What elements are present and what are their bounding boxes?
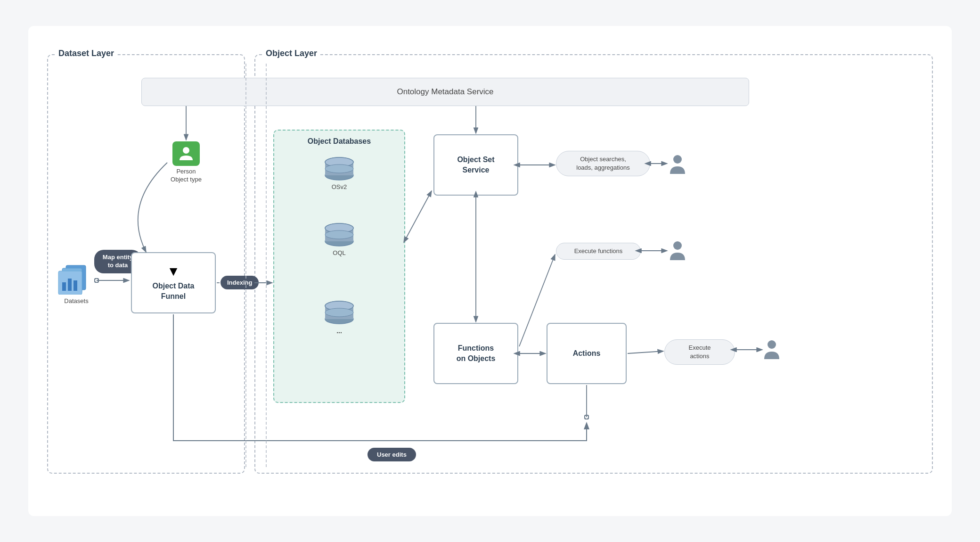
- execute-functions-pill: Execute functions: [556, 243, 641, 260]
- svg-point-26: [673, 241, 682, 250]
- dataset-layer-label: Dataset Layer: [56, 49, 117, 58]
- datasets-icon: [57, 262, 95, 295]
- user1-icon: [669, 154, 686, 175]
- diagram-container: Dataset Layer Object Layer Ontology Meta…: [28, 26, 952, 516]
- object-layer-label: Object Layer: [263, 49, 320, 58]
- svg-point-11: [325, 230, 353, 239]
- person-label: Person Object type: [171, 168, 202, 184]
- extra-db-label: ...: [336, 327, 342, 335]
- foo-label: Functionson Objects: [457, 343, 496, 364]
- funnel-icon: ▼: [167, 264, 180, 279]
- osv2-db-icon: [323, 156, 356, 182]
- datasets-svg: [57, 262, 95, 295]
- svg-point-17: [325, 308, 353, 317]
- oss-label: Object SetService: [457, 155, 494, 176]
- ontology-service-label: Ontology Metadata Service: [397, 87, 493, 97]
- extra-db-icon: [323, 300, 356, 326]
- osv2-label: OSv2: [332, 183, 347, 190]
- ontology-service-box: Ontology Metadata Service: [141, 78, 749, 106]
- datasets-box: Datasets: [57, 262, 95, 304]
- object-data-funnel-box: ▼ Object DataFunnel: [131, 252, 216, 313]
- person-icon: [172, 141, 200, 166]
- svg-rect-23: [68, 279, 72, 291]
- oql-label: OQL: [333, 249, 345, 256]
- user2-icon: [669, 240, 686, 261]
- odf-label: Object DataFunnel: [153, 281, 195, 302]
- object-databases-label: Object Databases: [274, 137, 404, 146]
- object-databases-box: Object Databases OSv2: [273, 130, 405, 403]
- searches-pill: Object searches, loads, aggregations: [556, 151, 650, 176]
- svg-rect-24: [74, 280, 77, 291]
- functions-on-objects-box: Functionson Objects: [433, 323, 518, 384]
- user-actions: [763, 339, 780, 362]
- svg-point-27: [768, 340, 776, 349]
- user-functions: [669, 240, 686, 263]
- svg-point-18: [183, 147, 189, 154]
- indexing-bubble: Indexing: [220, 276, 259, 289]
- datasets-label: Datasets: [64, 297, 88, 304]
- actions-label: Actions: [573, 348, 601, 359]
- svg-point-25: [673, 155, 682, 164]
- execute-actions-pill: Execute actions: [664, 339, 735, 365]
- svg-point-5: [325, 164, 353, 173]
- person-svg: [178, 145, 195, 162]
- svg-rect-22: [62, 282, 66, 291]
- user-edits-bubble: User edits: [368, 448, 416, 461]
- person-box: Person Object type: [167, 141, 205, 184]
- object-set-service-box: Object SetService: [433, 134, 518, 196]
- user3-icon: [763, 339, 780, 360]
- actions-box: Actions: [547, 323, 627, 384]
- oql-db-icon: [323, 222, 356, 248]
- user-searches: [669, 154, 686, 177]
